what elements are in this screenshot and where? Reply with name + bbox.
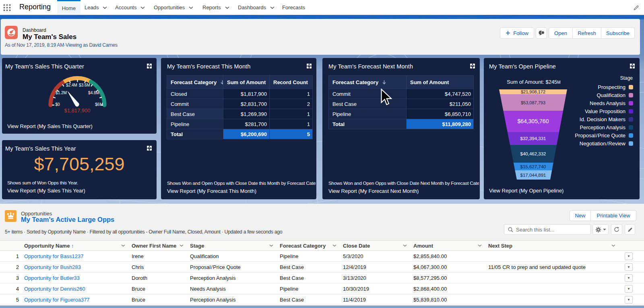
svg-text:$6M: $6M xyxy=(95,102,103,107)
svg-text:$3.6M: $3.6M xyxy=(79,83,90,87)
svg-text:$53,087,793: $53,087,793 xyxy=(521,100,545,105)
svg-text:$17,044,891: $17,044,891 xyxy=(520,173,546,178)
svg-text:$2.4M: $2.4M xyxy=(66,83,77,87)
svg-text:$15,627,740: $15,627,740 xyxy=(520,164,546,169)
svg-text:$1.2M: $1.2M xyxy=(56,91,67,95)
svg-text:$4.8M: $4.8M xyxy=(88,91,99,95)
svg-text:$21,908,172: $21,908,172 xyxy=(521,89,545,94)
svg-text:$0: $0 xyxy=(55,102,60,107)
svg-text:$32,394,331: $32,394,331 xyxy=(520,136,546,141)
svg-text:$64,305,760: $64,305,760 xyxy=(518,118,549,124)
svg-text:$40,462,332: $40,462,332 xyxy=(520,151,546,156)
